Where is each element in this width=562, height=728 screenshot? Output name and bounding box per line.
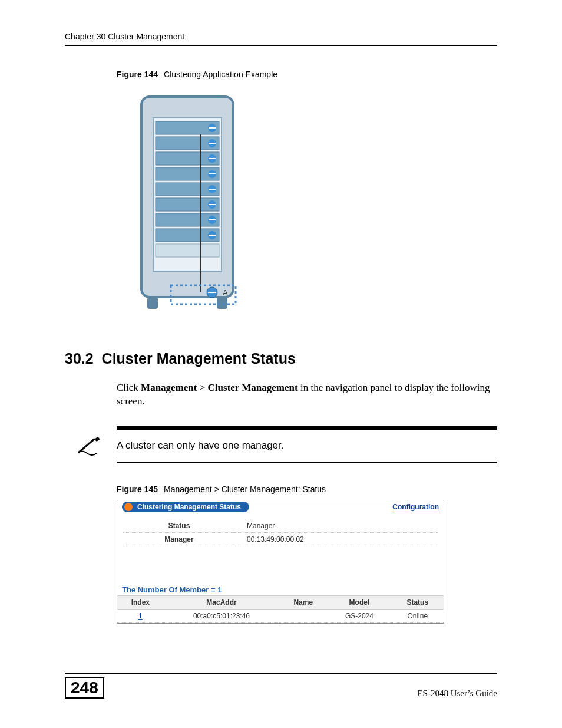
- status-label-0: Status: [123, 519, 235, 533]
- note-icon: [65, 436, 117, 456]
- svg-rect-20: [156, 244, 219, 257]
- status-row-1: Manager 00:13:49:00:00:02: [123, 533, 438, 546]
- note-text: A cluster can only have one manager.: [117, 440, 284, 452]
- section-heading: 30.2 Cluster Management Status: [65, 350, 497, 367]
- col-index: Index: [117, 595, 164, 609]
- chapter-header: Chapter 30 Cluster Management: [65, 32, 497, 46]
- status-value-1: 00:13:49:00:00:02: [235, 533, 438, 546]
- col-model: Model: [327, 595, 391, 609]
- status-row-0: Status Manager: [123, 519, 438, 533]
- cell-name: [279, 609, 327, 622]
- svg-rect-2: [147, 297, 158, 309]
- configuration-link[interactable]: Configuration: [392, 503, 439, 511]
- panel-title-text: Clustering Management Status: [137, 503, 241, 511]
- member-table: Index MacAddr Name Model Status 1 00:a0:…: [117, 595, 444, 623]
- panel-dot-icon: [124, 503, 133, 511]
- figure-145-label: Figure 145: [117, 485, 158, 494]
- figure-144-text: Clustering Application Example: [164, 70, 277, 79]
- cell-model: GS-2024: [327, 609, 391, 622]
- guide-name: ES-2048 User’s Guide: [417, 689, 497, 699]
- status-value-0: Manager: [235, 519, 438, 533]
- para-b2: Cluster Management: [208, 382, 298, 393]
- para-pre: Click: [117, 382, 141, 393]
- panel-title: Clustering Management Status: [122, 502, 249, 512]
- status-label-1: Manager: [123, 533, 235, 546]
- member-count: The Number Of Member = 1: [117, 583, 444, 595]
- status-grid: Status Manager Manager 00:13:49:00:00:02: [117, 519, 444, 546]
- figure-144-image: A: [130, 85, 497, 321]
- para-b1: Management: [141, 382, 197, 393]
- figure-145-text: Management > Cluster Management: Status: [164, 485, 326, 494]
- table-row: 1 00:a0:c5:01:23:46 GS-2024 Online: [117, 609, 444, 622]
- note-block: A cluster can only have one manager.: [65, 426, 497, 463]
- col-status: Status: [392, 595, 444, 609]
- cell-index[interactable]: 1: [117, 609, 164, 622]
- cell-status: Online: [392, 609, 444, 622]
- section-title: Cluster Management Status: [102, 350, 296, 367]
- figure-144-badge: A: [223, 288, 228, 297]
- svg-rect-3: [217, 297, 227, 309]
- page-number: 248: [65, 677, 104, 699]
- figure-145-caption: Figure 145Management > Cluster Managemen…: [117, 485, 497, 494]
- figure-145-panel: Clustering Management Status Configurati…: [117, 500, 444, 624]
- para-mid: >: [197, 382, 207, 393]
- figure-144-label: Figure 144: [117, 70, 158, 79]
- col-macaddr: MacAddr: [164, 595, 279, 609]
- section-number: 30.2: [65, 350, 94, 367]
- cell-macaddr: 00:a0:c5:01:23:46: [164, 609, 279, 622]
- intro-paragraph: Click Management > Cluster Management in…: [117, 381, 497, 409]
- figure-144-caption: Figure 144Clustering Application Example: [117, 70, 497, 79]
- page-footer: 248 ES-2048 User’s Guide: [65, 673, 497, 699]
- col-name: Name: [279, 595, 327, 609]
